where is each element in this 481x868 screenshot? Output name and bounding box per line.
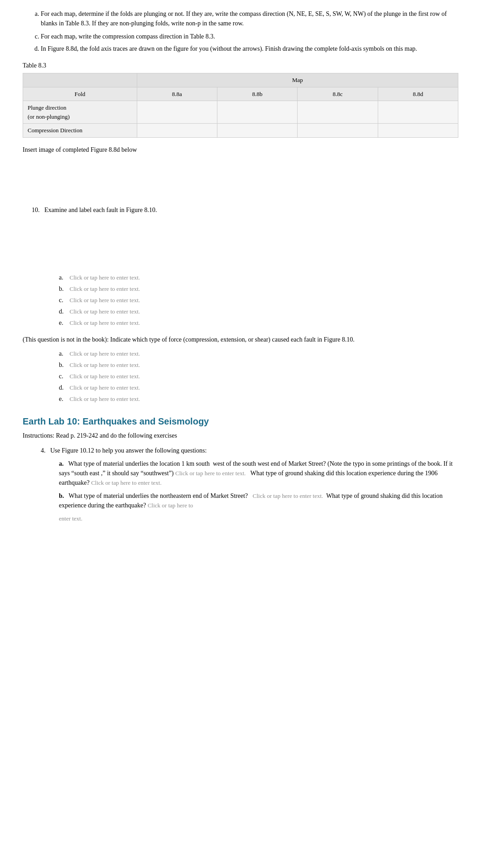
table-compression-label: Compression Direction xyxy=(23,124,137,138)
tq-sub-c-label: c. xyxy=(59,371,68,381)
image-placeholder-88d xyxy=(23,162,458,198)
q10-section: 10. Examine and label each fault in Figu… xyxy=(23,205,458,328)
q10-sub-a-label: a. xyxy=(59,273,68,282)
q10-text: Examine and label each fault in Figure 8… xyxy=(44,207,157,213)
tq-sub-e-input[interactable]: Click or tap here to enter text. xyxy=(70,395,140,402)
tq-sub-b-label: b. xyxy=(59,360,68,370)
q10-sub-e-label: e. xyxy=(59,318,68,328)
table-plunge-88c[interactable] xyxy=(298,101,378,124)
q4-sub-b: b. What type of material underlies the n… xyxy=(59,491,458,510)
intro-item-c-text: For each map, write the compression comp… xyxy=(41,33,215,40)
table-fold-header: Fold xyxy=(23,87,137,101)
plunge-label-text: Plunge direction(or non-plunging) xyxy=(28,104,70,120)
q4-sub-a-inline-input2[interactable]: Click or tap here to enter text. xyxy=(91,479,162,486)
q10-sub-b: b. Click or tap here to enter text. xyxy=(59,284,458,294)
q4-sub-a-inline-input1[interactable]: Click or tap here to enter text. xyxy=(175,470,246,477)
this-question-section: (This question is not in the book): Indi… xyxy=(23,335,458,404)
q4-sub-b-text: What type of material underlies the nort… xyxy=(69,492,248,499)
q10-sub-c-input[interactable]: Click or tap here to enter text. xyxy=(70,297,140,304)
q10-sub-b-label: b. xyxy=(59,284,68,294)
intro-item-c: For each map, write the compression comp… xyxy=(41,32,458,41)
q4-intro: 4. Use Figure 10.12 to help you answer t… xyxy=(41,446,458,455)
table-header-empty xyxy=(23,73,137,87)
this-question-sub-list: a. Click or tap here to enter text. b. C… xyxy=(59,349,458,404)
q10-sub-a-input[interactable]: Click or tap here to enter text. xyxy=(70,274,140,281)
q4-sub-b-inline-input2[interactable]: Click or tap here to xyxy=(148,502,193,509)
table-plunge-88a[interactable] xyxy=(137,101,217,124)
tq-sub-a-input[interactable]: Click or tap here to enter text. xyxy=(70,350,140,357)
this-question-intro: (This question is not in the book): Indi… xyxy=(23,335,458,344)
q10-image-space xyxy=(23,218,458,236)
q4-sub-b-continued: enter text. xyxy=(59,514,458,523)
q10-sub-d: d. Click or tap here to enter text. xyxy=(59,307,458,316)
q4-sub-a: a. What type of material underlies the l… xyxy=(59,459,458,487)
table-plunge-88d[interactable] xyxy=(378,101,458,124)
intro-list-section: For each map, determine if the folds are… xyxy=(23,9,458,53)
q4-sub-b-continued-text[interactable]: enter text. xyxy=(59,515,82,522)
q10-sub-d-input[interactable]: Click or tap here to enter text. xyxy=(70,308,140,315)
table-compression-88b[interactable] xyxy=(217,124,298,138)
intro-item-a-text: For each map, determine if the folds are… xyxy=(41,10,447,27)
intro-list-cd: For each map, write the compression comp… xyxy=(23,32,458,53)
q4-sub-a-label: a. xyxy=(59,460,64,467)
earth-lab-heading: Earth Lab 10: Earthquakes and Seismology xyxy=(23,415,458,428)
table-row-compression: Compression Direction xyxy=(23,124,458,138)
q10-num-label: 10. xyxy=(32,207,40,213)
insert-image-section: Insert image of completed Figure 8.8d be… xyxy=(23,145,458,198)
tq-sub-b-input[interactable]: Click or tap here to enter text. xyxy=(70,362,140,368)
table-8-3: Map Fold 8.8a 8.8b 8.8c 8.8d Plunge dire… xyxy=(23,73,458,138)
table-col-88b: 8.8b xyxy=(217,87,298,101)
tq-sub-a: a. Click or tap here to enter text. xyxy=(59,349,458,358)
table-label: Table 8.3 xyxy=(23,61,458,70)
q10-sub-list: a. Click or tap here to enter text. b. C… xyxy=(59,273,458,328)
table-row-plunge: Plunge direction(or non-plunging) xyxy=(23,101,458,124)
q4-block: 4. Use Figure 10.12 to help you answer t… xyxy=(32,446,458,632)
q10-image-space2 xyxy=(23,236,458,255)
tq-sub-c-input[interactable]: Click or tap here to enter text. xyxy=(70,373,140,380)
tq-sub-d-input[interactable]: Click or tap here to enter text. xyxy=(70,384,140,391)
q4-text: Use Figure 10.12 to help you answer the … xyxy=(50,447,207,454)
tq-sub-d: d. Click or tap here to enter text. xyxy=(59,383,458,392)
table-col-88d: 8.8d xyxy=(378,87,458,101)
intro-item-a: For each map, determine if the folds are… xyxy=(41,9,458,28)
tq-sub-a-label: a. xyxy=(59,349,68,358)
tq-sub-b: b. Click or tap here to enter text. xyxy=(59,360,458,370)
intro-item-d-text: In Figure 8.8d, the fold axis traces are… xyxy=(41,45,417,52)
table-subheader-row: Fold 8.8a 8.8b 8.8c 8.8d xyxy=(23,87,458,101)
earth-lab-section: Earth Lab 10: Earthquakes and Seismology… xyxy=(23,415,458,632)
tq-sub-c: c. Click or tap here to enter text. xyxy=(59,371,458,381)
table-section: Table 8.3 Map Fold 8.8a 8.8b 8.8c 8.8d P… xyxy=(23,61,458,138)
intro-item-d: In Figure 8.8d, the fold axis traces are… xyxy=(41,44,458,53)
tq-sub-e-label: e. xyxy=(59,394,68,404)
q4-sub-b-inline-input1[interactable]: Click or tap here to enter text. xyxy=(253,492,323,499)
q10-image-space3 xyxy=(23,255,458,273)
table-plunge-label: Plunge direction(or non-plunging) xyxy=(23,101,137,124)
table-compression-88d[interactable] xyxy=(378,124,458,138)
tq-sub-e: e. Click or tap here to enter text. xyxy=(59,394,458,404)
q10-sub-e-input[interactable]: Click or tap here to enter text. xyxy=(70,319,140,326)
table-plunge-88b[interactable] xyxy=(217,101,298,124)
earth-lab-instructions: Instructions: Read p. 219-242 and do the… xyxy=(23,431,458,440)
q4-image-space xyxy=(32,541,458,632)
intro-alpha-list: For each map, determine if the folds are… xyxy=(23,9,458,28)
q10-sub-b-input[interactable]: Click or tap here to enter text. xyxy=(70,285,140,292)
insert-image-label: Insert image of completed Figure 8.8d be… xyxy=(23,145,458,154)
q10-sub-c: c. Click or tap here to enter text. xyxy=(59,295,458,305)
table-compression-88a[interactable] xyxy=(137,124,217,138)
q10-sub-d-label: d. xyxy=(59,307,68,316)
q10-sub-a: a. Click or tap here to enter text. xyxy=(59,273,458,282)
table-compression-88c[interactable] xyxy=(298,124,378,138)
q4-number: 4. xyxy=(41,447,46,454)
table-header-map-row: Map xyxy=(23,73,458,87)
q10-number: 10. Examine and label each fault in Figu… xyxy=(23,205,458,215)
table-header-map: Map xyxy=(137,73,458,87)
table-col-88a: 8.8a xyxy=(137,87,217,101)
q10-sub-c-label: c. xyxy=(59,295,68,305)
q4-sub-b-label: b. xyxy=(59,492,64,499)
q10-sub-e: e. Click or tap here to enter text. xyxy=(59,318,458,328)
tq-sub-d-label: d. xyxy=(59,383,68,392)
table-col-88c: 8.8c xyxy=(298,87,378,101)
